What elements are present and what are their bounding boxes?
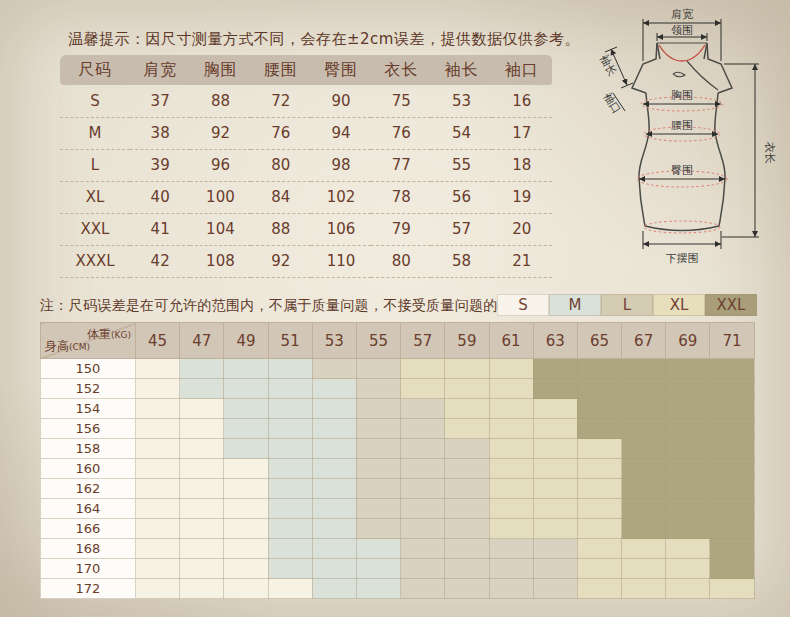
size-measurement-table: 尺码肩宽胸围腰围臀围衣长袖长袖口 S37887290755316M3892769… [60, 55, 552, 278]
matrix-cell-size-xxl [622, 379, 666, 399]
legend-swatch-xl: XL [653, 294, 705, 316]
size-color-legend: SMLXLXXL [497, 294, 757, 316]
matrix-cell-size-xxl [533, 359, 577, 379]
size-table-header: 尺码肩宽胸围腰围臀围衣长袖长袖口 [60, 55, 552, 85]
size-table-cell: 104 [190, 213, 250, 245]
matrix-cell-size-xl [489, 379, 533, 399]
matrix-cell-size-m [312, 559, 356, 579]
size-table-row: M38927694765417 [60, 117, 552, 149]
size-table-cell: 39 [130, 149, 190, 181]
matrix-cell-size-l [356, 399, 400, 419]
matrix-cell-size-s [136, 519, 180, 539]
matrix-cell-size-xl [489, 439, 533, 459]
matrix-cell-size-s [180, 559, 224, 579]
matrix-cell-size-s [224, 459, 268, 479]
label-waist: 腰围 [671, 119, 693, 132]
matrix-cell-size-l [445, 519, 489, 539]
size-table-cell: 20 [492, 213, 552, 245]
matrix-cell-size-l [401, 579, 445, 599]
matrix-cell-size-l [489, 559, 533, 579]
size-table-header-cell: 臀围 [311, 55, 371, 85]
matrix-cell-size-m [312, 499, 356, 519]
matrix-cell-size-s [224, 499, 268, 519]
size-table-header-cell: 胸围 [190, 55, 250, 85]
size-table-cell: XXL [60, 213, 130, 245]
size-table-cell: 94 [311, 117, 371, 149]
matrix-cell-size-l [401, 559, 445, 579]
matrix-cell-size-xxl [622, 499, 666, 519]
matrix-cell-size-m [356, 539, 400, 559]
matrix-height-label: 160 [41, 459, 136, 479]
matrix-height-label: 172 [41, 579, 136, 599]
matrix-cell-size-l [445, 499, 489, 519]
size-table-cell: 102 [311, 181, 371, 213]
matrix-cell-size-l [445, 479, 489, 499]
size-table-cell: 55 [431, 149, 491, 181]
size-table-cell: 17 [492, 117, 552, 149]
label-hip: 臀围 [671, 164, 693, 177]
matrix-cell-size-l [356, 419, 400, 439]
size-table-header-cell: 腰围 [251, 55, 311, 85]
matrix-weight-header: 63 [533, 323, 577, 359]
matrix-cell-size-xxl [710, 559, 754, 579]
matrix-cell-size-xl [489, 359, 533, 379]
matrix-height-label: 150 [41, 359, 136, 379]
size-table-cell: 110 [311, 245, 371, 277]
matrix-cell-size-s [180, 579, 224, 599]
matrix-cell-size-xl [445, 379, 489, 399]
size-table-cell: 21 [492, 245, 552, 277]
size-table-cell: 80 [371, 245, 431, 277]
matrix-row: 160 [41, 459, 755, 479]
matrix-cell-size-l [401, 499, 445, 519]
size-tolerance-note: 注：尺码误差是在可允许的范围内，不属于质量问题，不接受质量问题的退换货 [40, 297, 541, 315]
size-table-cell: 41 [130, 213, 190, 245]
matrix-cell-size-l [445, 539, 489, 559]
size-table-cell: 88 [251, 213, 311, 245]
matrix-cell-size-m [224, 379, 268, 399]
matrix-cell-size-xxl [666, 379, 710, 399]
matrix-height-label: 170 [41, 559, 136, 579]
size-table-cell: L [60, 149, 130, 181]
size-table-header-cell: 袖长 [431, 55, 491, 85]
matrix-cell-size-s [180, 399, 224, 419]
matrix-weight-header: 59 [445, 323, 489, 359]
matrix-cell-size-s [180, 499, 224, 519]
matrix-cell-size-xl [533, 519, 577, 539]
weight-axis-label: 体重(KG) [87, 326, 131, 343]
size-table-header-cell: 尺码 [60, 55, 130, 85]
matrix-cell-size-xl [710, 579, 754, 599]
matrix-cell-size-xxl [666, 479, 710, 499]
matrix-cell-size-xl [401, 379, 445, 399]
matrix-height-label: 164 [41, 499, 136, 519]
matrix-cell-size-xxl [622, 359, 666, 379]
dress-outline [632, 43, 732, 231]
matrix-cell-size-m [356, 579, 400, 599]
matrix-row: 154 [41, 399, 755, 419]
matrix-row: 152 [41, 379, 755, 399]
size-table-cell: 18 [492, 149, 552, 181]
matrix-cell-size-xl [489, 499, 533, 519]
matrix-cell-size-m [312, 419, 356, 439]
matrix-cell-size-l [401, 419, 445, 439]
matrix-cell-size-s [224, 519, 268, 539]
label-sleeve-length: 袖长 [597, 53, 619, 79]
matrix-cell-size-m [180, 379, 224, 399]
matrix-row: 172 [41, 579, 755, 599]
matrix-height-label: 154 [41, 399, 136, 419]
matrix-cell-size-xxl [622, 459, 666, 479]
legend-swatch-s: S [497, 294, 549, 316]
matrix-cell-size-s [268, 579, 312, 599]
matrix-cell-size-xl [666, 539, 710, 559]
size-table-cell: 42 [130, 245, 190, 277]
matrix-cell-size-xxl [577, 419, 621, 439]
matrix-cell-size-s [180, 459, 224, 479]
matrix-weight-header: 51 [268, 323, 312, 359]
matrix-cell-size-m [312, 459, 356, 479]
matrix-cell-size-xl [401, 359, 445, 379]
matrix-cell-size-xxl [622, 439, 666, 459]
matrix-cell-size-s [136, 359, 180, 379]
matrix-cell-size-xxl [622, 399, 666, 419]
matrix-cell-size-xxl [710, 459, 754, 479]
matrix-cell-size-xxl [710, 379, 754, 399]
size-table-header-cell: 衣长 [371, 55, 431, 85]
